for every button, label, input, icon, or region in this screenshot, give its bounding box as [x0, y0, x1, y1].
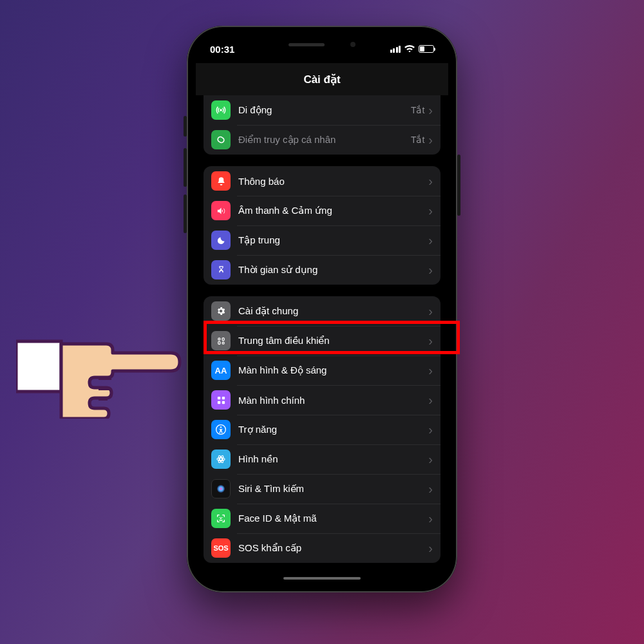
page-title: Cài đặt: [303, 73, 340, 86]
battery-icon: [419, 45, 434, 53]
chevron-right-icon: ›: [428, 512, 433, 525]
chevron-right-icon: ›: [428, 204, 433, 217]
svg-rect-18: [16, 341, 61, 392]
control-center-icon: [211, 331, 231, 350]
row-label: Màn hình & Độ sáng: [238, 365, 428, 376]
row-label: Âm thanh & Cảm ứng: [238, 205, 428, 216]
status-right: [390, 45, 435, 53]
faceid-icon: [211, 509, 231, 528]
row-label: Siri & Tìm kiếm: [238, 483, 428, 495]
row-label: Trung tâm điều khiển: [238, 335, 428, 346]
svg-point-16: [219, 517, 220, 518]
row-general[interactable]: Cài đặt chung ›: [204, 296, 440, 326]
chevron-right-icon: ›: [428, 305, 433, 317]
settings-list[interactable]: Di động Tắt › Điểm truy cập cá nhân Tắt …: [196, 95, 448, 583]
svg-rect-2: [218, 341, 220, 344]
svg-rect-7: [217, 401, 220, 403]
chevron-right-icon: ›: [428, 175, 433, 187]
row-label: Thời gian sử dụng: [238, 264, 428, 276]
row-label: Di động: [238, 104, 411, 116]
svg-point-3: [222, 342, 224, 344]
phone-frame: 00:31 Cài đặt Di động Tắt ›: [187, 26, 457, 592]
row-sounds[interactable]: Âm thanh & Cảm ứng ›: [204, 196, 440, 225]
settings-group-general: Cài đặt chung › Trung tâm điều khiển › A…: [204, 296, 440, 563]
homescreen-icon: [211, 390, 231, 410]
chevron-right-icon: ›: [428, 263, 433, 276]
svg-point-15: [217, 485, 225, 493]
gear-icon: [211, 301, 231, 321]
siri-icon: [211, 479, 231, 498]
notifications-icon: [211, 171, 231, 191]
side-button-volume-down: [184, 194, 187, 233]
row-faceid[interactable]: Face ID & Mật mã ›: [204, 504, 440, 533]
chevron-right-icon: ›: [428, 423, 433, 436]
row-value: Tắt: [411, 135, 424, 145]
speaker-grille: [289, 43, 325, 46]
display-icon: AA: [211, 361, 231, 380]
row-homescreen[interactable]: Màn hình chính ›: [204, 385, 440, 415]
chevron-right-icon: ›: [428, 104, 433, 117]
row-accessibility[interactable]: Trợ năng ›: [204, 415, 440, 444]
row-focus[interactable]: Tập trung ›: [204, 225, 440, 255]
notch: [267, 35, 377, 54]
home-indicator[interactable]: [283, 577, 361, 580]
hotspot-icon: [211, 130, 231, 149]
chevron-right-icon: ›: [428, 234, 433, 247]
nav-header: Cài đặt: [196, 63, 448, 95]
chevron-right-icon: ›: [428, 133, 433, 146]
row-sos[interactable]: SOS SOS khẩn cấp ›: [204, 533, 440, 563]
row-wallpaper[interactable]: Hình nền ›: [204, 444, 440, 474]
accessibility-icon: [211, 420, 231, 439]
row-siri[interactable]: Siri & Tìm kiếm ›: [204, 474, 440, 504]
row-label: Cài đặt chung: [238, 305, 428, 317]
row-display[interactable]: AA Màn hình & Độ sáng ›: [204, 355, 440, 385]
status-time: 00:31: [210, 44, 234, 55]
row-cellular[interactable]: Di động Tắt ›: [204, 95, 440, 125]
svg-point-0: [220, 109, 222, 111]
screentime-icon: [211, 260, 231, 279]
row-label: SOS khẩn cấp: [238, 542, 428, 554]
cellular-icon: [211, 100, 231, 120]
row-value: Tắt: [411, 105, 424, 115]
chevron-right-icon: ›: [428, 393, 433, 406]
row-label: Hình nền: [238, 453, 428, 465]
wallpaper-icon: [211, 450, 231, 469]
row-label: Thông báo: [238, 176, 428, 187]
row-label: Trợ năng: [238, 424, 428, 435]
side-button-volume-up: [184, 148, 187, 187]
row-label: Tập trung: [238, 234, 428, 246]
front-camera: [350, 42, 355, 47]
svg-point-1: [218, 337, 220, 339]
settings-group-notifications: Thông báo › Âm thanh & Cảm ứng › Tập tru…: [204, 166, 440, 285]
chevron-right-icon: ›: [428, 482, 433, 495]
svg-rect-5: [217, 396, 220, 399]
settings-group-connectivity: Di động Tắt › Điểm truy cập cá nhân Tắt …: [204, 95, 440, 155]
svg-rect-8: [222, 401, 224, 403]
chevron-right-icon: ›: [428, 542, 433, 554]
row-label: Face ID & Mật mã: [238, 513, 428, 524]
row-control-center[interactable]: Trung tâm điều khiển ›: [204, 326, 440, 355]
svg-rect-4: [222, 337, 224, 340]
chevron-right-icon: ›: [428, 453, 433, 466]
chevron-right-icon: ›: [428, 334, 433, 347]
row-hotspot[interactable]: Điểm truy cập cá nhân Tắt ›: [204, 125, 440, 155]
side-button-power: [457, 155, 460, 216]
screen: 00:31 Cài đặt Di động Tắt ›: [196, 35, 448, 583]
cellular-signal-icon: [390, 46, 401, 53]
focus-icon: [211, 231, 231, 250]
row-label: Màn hình chính: [238, 395, 428, 406]
side-button-silent: [184, 116, 187, 137]
svg-point-17: [222, 517, 222, 518]
svg-rect-6: [222, 396, 224, 399]
pointing-hand-icon: [16, 303, 196, 419]
svg-point-10: [220, 426, 222, 428]
row-screentime[interactable]: Thời gian sử dụng ›: [204, 255, 440, 285]
sounds-icon: [211, 201, 231, 220]
sos-icon: SOS: [211, 538, 231, 558]
row-notifications[interactable]: Thông báo ›: [204, 166, 440, 196]
chevron-right-icon: ›: [428, 364, 433, 377]
row-label: Điểm truy cập cá nhân: [238, 134, 411, 146]
wifi-icon: [404, 45, 415, 53]
